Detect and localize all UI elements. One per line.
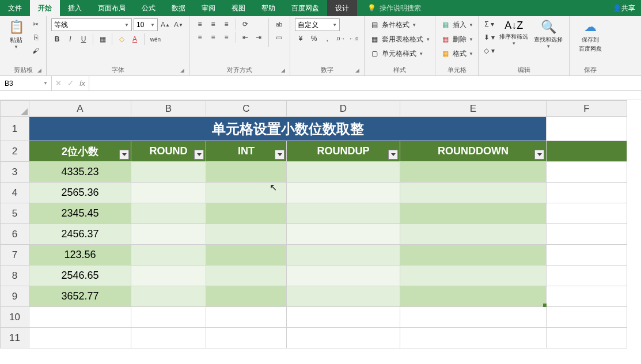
cell[interactable] [206,245,287,266]
align-right-button[interactable]: ≡ [221,32,232,43]
paste-button[interactable]: 📋 粘贴 ▼ [5,18,28,51]
cell[interactable] [547,245,627,266]
tab-home[interactable]: 开始 [30,0,60,16]
cell[interactable] [287,245,400,266]
decrease-decimal-button[interactable]: ←.0 [348,33,359,44]
select-all-corner[interactable] [1,101,29,117]
cell[interactable]: 123.56 [29,245,131,266]
cell[interactable] [400,245,547,266]
cell[interactable] [287,203,400,224]
phonetic-button[interactable]: wén [148,33,163,45]
cell[interactable] [287,183,400,203]
cell[interactable] [400,286,547,307]
sort-filter-button[interactable]: A↓Z 排序和筛选 ▼ [498,18,530,47]
percent-button[interactable]: % [308,33,320,44]
cell[interactable] [29,307,131,328]
cell[interactable] [287,307,400,328]
cell[interactable] [206,224,287,245]
conditional-format-button[interactable]: ▤条件格式▼ [369,18,430,31]
spreadsheet-grid[interactable]: A B C D E F 1 单元格设置小数位数取整 2 2位小数 ROUND I… [0,100,627,348]
cell[interactable] [206,203,287,224]
find-select-button[interactable]: 🔍 查找和选择 ▼ [532,18,564,50]
cell[interactable] [547,266,627,286]
cell[interactable] [287,328,400,348]
tab-review[interactable]: 审阅 [194,0,223,16]
cell[interactable] [206,162,287,183]
tab-view[interactable]: 视图 [223,0,253,16]
tab-page-layout[interactable]: 页面布局 [90,0,134,16]
delete-cells-button[interactable]: ▦删除▼ [440,33,473,46]
orientation-button[interactable]: ⟳ [240,18,251,30]
cell[interactable] [131,266,206,286]
format-cells-button[interactable]: ▦格式▼ [440,47,473,60]
cell[interactable] [131,286,206,307]
row-header[interactable]: 1 [1,117,29,141]
font-size-combo[interactable]: 10▼ [134,18,158,31]
launcher-icon[interactable]: ◢ [355,67,359,73]
launcher-icon[interactable]: ◢ [281,67,285,73]
cell[interactable] [29,328,131,348]
row-header[interactable]: 4 [1,183,29,203]
row-header[interactable]: 7 [1,245,29,266]
cell[interactable] [547,162,627,183]
cell[interactable] [131,245,206,266]
cell[interactable] [287,266,400,286]
cut-button[interactable]: ✂ [30,18,41,30]
row-header[interactable]: 6 [1,224,29,245]
filter-button[interactable] [194,150,204,160]
tab-insert[interactable]: 插入 [60,0,90,16]
cell[interactable] [206,183,287,203]
tab-baidu[interactable]: 百度网盘 [283,0,327,16]
cell[interactable] [400,224,547,245]
tab-data[interactable]: 数据 [164,0,194,16]
cell[interactable] [206,286,287,307]
merge-button[interactable]: ▭ [273,32,285,43]
cell[interactable] [206,328,287,348]
cell[interactable] [131,328,206,348]
header-cell[interactable]: ROUNDDOWN [400,141,547,162]
row-header[interactable]: 11 [1,328,29,348]
cell[interactable] [131,307,206,328]
launcher-icon[interactable]: ◢ [37,67,41,73]
filter-button[interactable] [534,150,544,160]
cell[interactable]: 3652.77 [29,286,131,307]
italic-button[interactable]: I [65,33,76,45]
cell[interactable] [287,224,400,245]
currency-button[interactable]: ¥ [295,33,306,44]
increase-decimal-button[interactable]: .0→ [335,33,346,44]
align-top-button[interactable]: ≡ [194,18,206,30]
cell[interactable]: 2546.65 [29,266,131,286]
insert-cells-button[interactable]: ▦插入▼ [440,18,473,31]
filter-button[interactable] [388,150,398,160]
cell[interactable]: 2565.36 [29,183,131,203]
row-header[interactable]: 3 [1,162,29,183]
cell[interactable] [547,117,627,141]
fill-button[interactable]: ⬇ ▾ [483,32,495,43]
copy-button[interactable]: ⎘ [30,32,41,43]
increase-font-button[interactable]: A▲ [160,19,171,31]
filter-button[interactable] [275,150,285,160]
col-header-F[interactable]: F [547,101,627,117]
cell[interactable] [131,183,206,203]
cell[interactable] [547,286,627,307]
increase-indent-button[interactable]: ⇥ [253,32,264,43]
cell[interactable] [547,141,627,162]
cell[interactable] [547,203,627,224]
align-left-button[interactable]: ≡ [194,32,206,43]
tab-formulas[interactable]: 公式 [134,0,164,16]
header-cell[interactable]: 2位小数 [29,141,131,162]
cell[interactable] [547,307,627,328]
save-baidu-button[interactable]: ☁ 保存到 百度网盘 [574,18,606,54]
tab-design[interactable]: 设计 [327,0,357,16]
cell[interactable]: 2345.45 [29,203,131,224]
header-cell[interactable]: INT [206,141,287,162]
font-name-combo[interactable]: 等线▼ [51,18,132,31]
header-cell[interactable]: ROUND [131,141,206,162]
cell[interactable] [400,162,547,183]
title-cell[interactable]: 单元格设置小数位数取整 [29,117,547,141]
wrap-text-button[interactable]: ab [273,18,285,30]
cell[interactable] [206,307,287,328]
col-header-D[interactable]: D [287,101,400,117]
col-header-C[interactable]: C [206,101,287,117]
formula-input[interactable] [89,76,641,90]
